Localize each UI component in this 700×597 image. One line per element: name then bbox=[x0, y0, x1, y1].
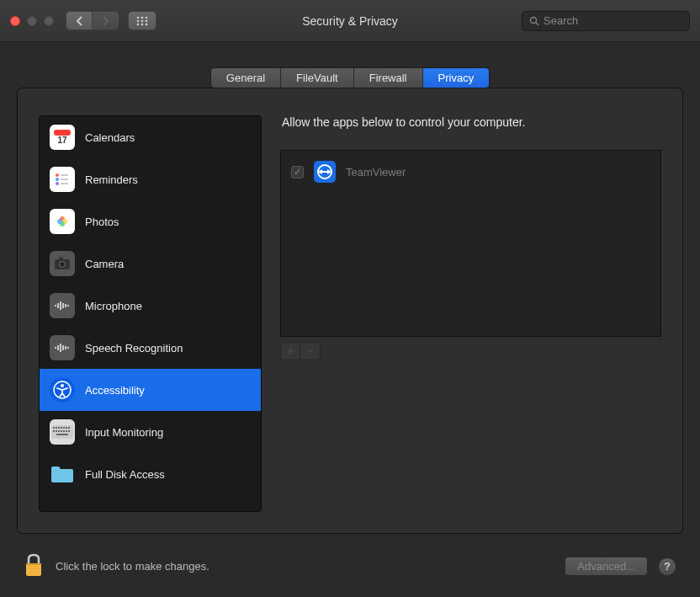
svg-point-7 bbox=[141, 23, 144, 25]
svg-rect-50 bbox=[53, 430, 55, 432]
sidebar-item-speech[interactable]: Speech Recognition bbox=[40, 327, 261, 369]
svg-rect-32 bbox=[65, 304, 66, 307]
zoom-window-button[interactable] bbox=[44, 16, 54, 26]
remove-app-button[interactable]: − bbox=[300, 342, 321, 360]
sidebar-item-label: Input Monitoring bbox=[85, 426, 163, 439]
svg-rect-57 bbox=[56, 434, 68, 435]
sidebar-item-label: Photos bbox=[85, 216, 119, 228]
svg-rect-33 bbox=[67, 305, 69, 306]
app-row-teamviewer[interactable]: ✓ TeamViewer bbox=[281, 151, 660, 189]
titlebar: Security & Privacy Search bbox=[0, 0, 700, 42]
svg-text:17: 17 bbox=[57, 136, 67, 145]
svg-rect-56 bbox=[68, 430, 70, 432]
calendar-icon: 17 bbox=[50, 125, 75, 150]
teamviewer-icon bbox=[314, 161, 336, 183]
svg-rect-52 bbox=[58, 430, 60, 432]
microphone-icon bbox=[50, 293, 75, 318]
svg-rect-38 bbox=[65, 346, 66, 349]
list-edit-buttons: + − bbox=[280, 342, 661, 360]
svg-point-41 bbox=[61, 384, 64, 387]
lock-text: Click the lock to make changes. bbox=[56, 560, 209, 573]
svg-rect-48 bbox=[66, 427, 67, 429]
privacy-heading: Allow the apps below to control your com… bbox=[282, 115, 661, 129]
svg-point-14 bbox=[56, 173, 59, 177]
svg-rect-27 bbox=[59, 258, 63, 260]
accessibility-icon bbox=[50, 377, 75, 402]
svg-rect-63 bbox=[28, 566, 40, 567]
camera-icon bbox=[50, 251, 75, 276]
svg-rect-53 bbox=[61, 430, 62, 432]
svg-rect-36 bbox=[60, 344, 61, 352]
lock-icon[interactable] bbox=[24, 552, 44, 580]
show-all-button[interactable] bbox=[128, 11, 156, 30]
app-name: TeamViewer bbox=[346, 166, 406, 179]
svg-rect-31 bbox=[62, 303, 64, 308]
sidebar-item-accessibility[interactable]: Accessibility bbox=[40, 369, 261, 411]
svg-rect-28 bbox=[55, 305, 56, 306]
search-input[interactable]: Search bbox=[522, 11, 690, 31]
sidebar-item-microphone[interactable]: Microphone bbox=[40, 285, 261, 327]
svg-rect-15 bbox=[61, 174, 68, 176]
sidebar-item-photos[interactable]: Photos bbox=[40, 200, 261, 243]
svg-rect-34 bbox=[55, 347, 56, 349]
sidebar-item-label: Full Disk Access bbox=[85, 468, 165, 481]
sidebar-item-calendars[interactable]: 17 Calendars bbox=[40, 116, 261, 158]
privacy-panel: 17 Calendars Reminders Photos bbox=[17, 88, 683, 534]
speech-icon bbox=[50, 335, 75, 360]
svg-rect-44 bbox=[56, 427, 57, 429]
sidebar-item-full-disk-access[interactable]: Full Disk Access bbox=[40, 453, 261, 495]
chevron-right-icon bbox=[102, 16, 109, 26]
tab-filevault[interactable]: FileVault bbox=[281, 68, 354, 88]
footer: Click the lock to make changes. Advanced… bbox=[24, 552, 676, 580]
svg-point-4 bbox=[141, 19, 144, 22]
tab-firewall[interactable]: Firewall bbox=[354, 68, 423, 88]
tab-strip: General FileVault Firewall Privacy bbox=[17, 67, 683, 88]
window-controls bbox=[10, 16, 54, 26]
photos-icon bbox=[50, 209, 75, 234]
forward-button[interactable] bbox=[93, 11, 119, 30]
sidebar-item-input-monitoring[interactable]: Input Monitoring bbox=[40, 411, 261, 453]
svg-point-0 bbox=[137, 16, 140, 19]
minimize-window-button[interactable] bbox=[27, 16, 37, 26]
svg-point-23 bbox=[57, 219, 62, 224]
tab-general[interactable]: General bbox=[211, 68, 281, 88]
sidebar-item-camera[interactable]: Camera bbox=[40, 243, 261, 285]
svg-rect-47 bbox=[63, 427, 65, 429]
tab-privacy[interactable]: Privacy bbox=[423, 68, 490, 88]
search-icon bbox=[529, 16, 539, 26]
svg-point-6 bbox=[137, 23, 140, 25]
sidebar-item-label: Accessibility bbox=[85, 384, 145, 397]
svg-rect-65 bbox=[28, 571, 40, 572]
svg-rect-39 bbox=[67, 347, 69, 349]
svg-rect-46 bbox=[61, 427, 62, 429]
app-list[interactable]: ✓ TeamViewer bbox=[280, 150, 661, 337]
svg-rect-19 bbox=[61, 183, 68, 184]
svg-rect-62 bbox=[26, 563, 41, 565]
close-window-button[interactable] bbox=[10, 16, 20, 26]
svg-point-16 bbox=[56, 178, 59, 181]
svg-point-2 bbox=[146, 16, 148, 19]
help-button[interactable]: ? bbox=[658, 557, 676, 576]
svg-point-18 bbox=[56, 182, 59, 185]
chevron-left-icon bbox=[76, 16, 83, 26]
content-area: General FileVault Firewall Privacy 17 Ca… bbox=[0, 42, 700, 534]
folder-icon bbox=[50, 461, 75, 487]
back-button[interactable] bbox=[66, 11, 93, 30]
nav-buttons bbox=[66, 11, 119, 30]
privacy-category-sidebar[interactable]: 17 Calendars Reminders Photos bbox=[39, 115, 262, 512]
svg-rect-54 bbox=[63, 430, 65, 432]
svg-rect-55 bbox=[66, 430, 67, 432]
advanced-button[interactable]: Advanced... bbox=[565, 557, 648, 576]
svg-rect-45 bbox=[58, 427, 60, 429]
search-placeholder: Search bbox=[544, 14, 578, 27]
sidebar-item-reminders[interactable]: Reminders bbox=[40, 158, 261, 200]
svg-rect-49 bbox=[68, 427, 70, 429]
add-app-button[interactable]: + bbox=[280, 342, 300, 360]
svg-point-5 bbox=[146, 19, 148, 22]
svg-rect-43 bbox=[53, 427, 55, 429]
reminders-icon bbox=[50, 167, 75, 192]
svg-point-3 bbox=[137, 19, 140, 22]
app-checkbox[interactable]: ✓ bbox=[291, 166, 304, 179]
svg-rect-17 bbox=[61, 179, 68, 180]
svg-rect-64 bbox=[28, 568, 40, 569]
